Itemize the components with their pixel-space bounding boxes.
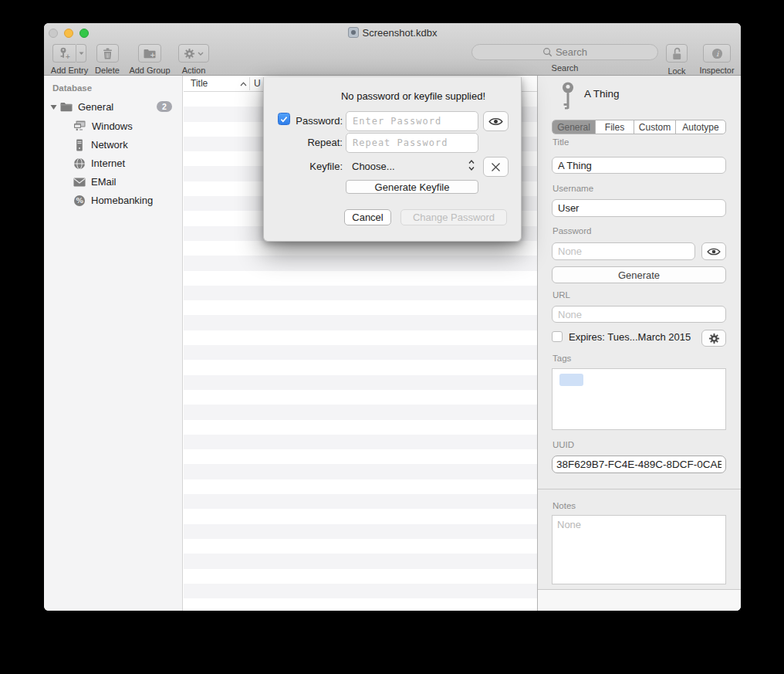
table-row[interactable]: [184, 479, 537, 494]
disclosure-triangle-icon[interactable]: [50, 104, 57, 110]
delete-button[interactable]: [96, 44, 119, 63]
table-row[interactable]: [184, 271, 537, 286]
notes-textarea[interactable]: [552, 515, 726, 584]
column-header-title[interactable]: Title: [191, 78, 208, 89]
keyfile-popup-button[interactable]: Choose...: [352, 161, 395, 172]
generate-keyfile-button[interactable]: Generate Keyfile: [346, 180, 478, 194]
sidebar-item-email[interactable]: EMail: [44, 174, 182, 190]
table-row[interactable]: [184, 375, 537, 390]
table-row[interactable]: [184, 330, 537, 345]
table-row[interactable]: [184, 464, 537, 479]
username-input[interactable]: [552, 199, 726, 217]
table-row[interactable]: [184, 300, 537, 315]
dialog-password-input[interactable]: [346, 111, 478, 131]
table-row[interactable]: [184, 494, 537, 509]
table-row[interactable]: [184, 435, 537, 449]
table-row[interactable]: [184, 256, 537, 270]
url-input[interactable]: [552, 306, 726, 323]
table-row[interactable]: [184, 241, 537, 256]
add-entry-button[interactable]: +: [52, 44, 76, 63]
gear-icon: [708, 333, 720, 344]
table-row[interactable]: [184, 286, 537, 300]
table-row[interactable]: [184, 524, 537, 539]
change-password-button[interactable]: Change Password: [400, 209, 507, 225]
dialog-repeat-input[interactable]: [346, 133, 478, 153]
entry-title: A Thing: [584, 88, 620, 100]
table-row[interactable]: [184, 449, 537, 464]
expires-checkbox[interactable]: [552, 331, 563, 342]
stepper-icon[interactable]: [468, 159, 475, 171]
url-field-label: URL: [553, 290, 570, 300]
search-icon: [542, 47, 553, 57]
dialog-show-password-button[interactable]: [483, 111, 509, 131]
sidebar-item-network[interactable]: Network: [44, 137, 182, 153]
tags-box[interactable]: [552, 368, 726, 430]
table-row[interactable]: [184, 405, 537, 419]
sidebar-item-general[interactable]: General 2: [44, 99, 182, 115]
table-row[interactable]: [184, 584, 537, 598]
tag-pill[interactable]: [559, 374, 583, 386]
key-plus-icon: +: [59, 47, 70, 59]
svg-text:+: +: [150, 50, 155, 58]
expires-settings-button[interactable]: [701, 330, 726, 347]
clear-keyfile-button[interactable]: [483, 157, 509, 177]
search-tool: Search Search: [471, 44, 658, 73]
lock-tool: Lock: [661, 44, 692, 76]
add-group-tool: + Add Group: [125, 44, 174, 75]
tab-files[interactable]: Files: [596, 120, 634, 134]
lock-button[interactable]: [666, 44, 688, 63]
column-divider[interactable]: [249, 77, 250, 90]
column-header-username-partial[interactable]: U: [254, 78, 261, 89]
add-group-label: Add Group: [125, 66, 174, 75]
svg-text:+: +: [65, 53, 69, 59]
table-row[interactable]: [184, 390, 537, 405]
password-checkbox[interactable]: [278, 113, 290, 125]
sidebar-item-windows[interactable]: Windows: [44, 118, 182, 134]
window-chrome: Screenshot.kdbx + Add Entry: [44, 23, 741, 76]
sort-ascending-icon: [240, 82, 247, 86]
tab-custom[interactable]: Custom: [634, 120, 676, 134]
table-row[interactable]: [184, 569, 537, 584]
action-label: Action: [176, 66, 211, 75]
tab-general[interactable]: General: [553, 120, 596, 134]
sidebar-item-label: General: [78, 101, 113, 113]
table-row[interactable]: [184, 360, 537, 374]
sidebar-item-internet[interactable]: Internet: [44, 155, 182, 171]
uuid-field-label: UUID: [553, 440, 574, 449]
search-input[interactable]: Search: [471, 44, 658, 60]
lock-open-icon: [671, 47, 683, 60]
table-row[interactable]: [184, 554, 537, 568]
chevron-down-icon: [79, 52, 84, 56]
notes-field-label: Notes: [553, 501, 576, 510]
inspector-button[interactable]: i: [703, 44, 731, 63]
add-entry-dropdown-button[interactable]: [76, 44, 86, 63]
dialog-password-label: Password:: [291, 115, 343, 127]
delete-label: Delete: [91, 66, 123, 75]
title-input[interactable]: [552, 157, 726, 174]
table-row[interactable]: [184, 509, 537, 523]
generate-password-button[interactable]: Generate: [552, 266, 726, 283]
document-icon: [348, 27, 359, 38]
table-row[interactable]: [184, 598, 537, 611]
trash-icon: [103, 48, 113, 59]
tab-autotype[interactable]: Autotype: [676, 120, 725, 134]
table-row[interactable]: [184, 315, 537, 330]
show-password-button[interactable]: [701, 242, 726, 260]
action-button[interactable]: [178, 44, 209, 63]
table-row[interactable]: [184, 345, 537, 360]
sidebar-item-homebanking[interactable]: % Homebanking: [44, 192, 182, 208]
password-input[interactable]: [552, 242, 695, 260]
cancel-button[interactable]: Cancel: [344, 209, 391, 225]
section-divider: [538, 489, 741, 489]
info-icon: i: [711, 48, 723, 59]
uuid-input[interactable]: [552, 456, 726, 473]
add-group-button[interactable]: +: [138, 44, 161, 63]
table-row[interactable]: [184, 539, 537, 554]
expires-label: Expires: Tues...March 2015: [569, 331, 691, 343]
inspector-tabs: General Files Custom Autotype: [552, 120, 726, 134]
server-icon: [73, 139, 86, 151]
table-row[interactable]: [184, 420, 537, 435]
sidebar-item-label: EMail: [91, 176, 117, 188]
action-tool: Action: [176, 44, 211, 75]
dialog-repeat-label: Repeat:: [291, 137, 343, 148]
